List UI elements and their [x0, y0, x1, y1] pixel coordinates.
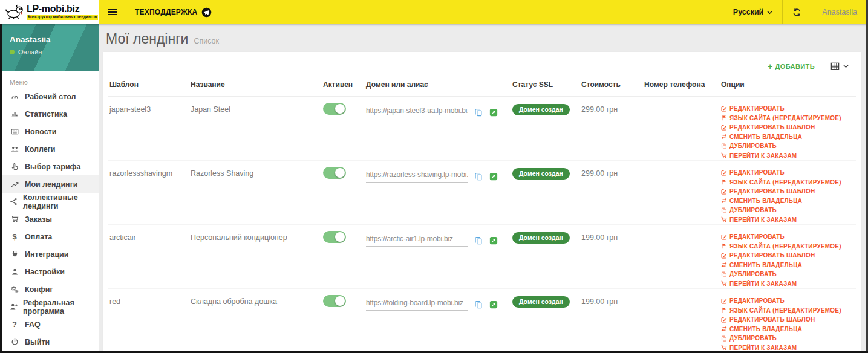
open-site-icon[interactable]	[489, 300, 498, 309]
landings-table: ШаблонНазваниеАктивенДомен или алиасСтат…	[108, 74, 856, 353]
menu-icon[interactable]	[99, 0, 126, 24]
active-toggle[interactable]	[323, 103, 346, 115]
option-site-language[interactable]: ЯЗЫК САЙТА (НЕРЕДАКТИРУЕМОЕ)	[721, 242, 852, 251]
sidebar-item-faq[interactable]: ?FAQ	[0, 316, 99, 333]
caret-down-icon	[843, 63, 849, 69]
column-header: Шаблон	[108, 74, 189, 97]
flag-icon	[721, 179, 727, 185]
support-button[interactable]: ТЕХПОДДЕРЖКА	[126, 0, 220, 24]
page-subtitle: Список	[194, 37, 219, 45]
option-edit-template[interactable]: РЕДАКТИРОВАТЬ ШАБЛОН	[721, 123, 852, 132]
add-button[interactable]: + ДОБАВИТЬ	[768, 62, 815, 71]
sidebar-item-orders[interactable]: Заказы	[0, 210, 99, 228]
option-site-language[interactable]: ЯЗЫК САЙТА (НЕРЕДАКТИРУЕМОЕ)	[721, 114, 852, 123]
option-edit-template[interactable]: РЕДАКТИРОВАТЬ ШАБЛОН	[721, 187, 852, 196]
price-cell: 199.00 грн	[580, 225, 643, 289]
sidebar-item-news[interactable]: Новости	[0, 123, 99, 140]
colleagues-icon	[10, 145, 19, 153]
option-duplicate[interactable]: ДУБЛИРОВАТЬ	[721, 334, 852, 343]
copy-domain-icon[interactable]	[474, 108, 483, 117]
sidebar-item-settings[interactable]: Настройки	[0, 263, 99, 280]
sidebar-item-my-landings[interactable]: Мои лендинги	[0, 175, 99, 193]
caret-down-icon	[767, 10, 772, 15]
sidebar-item-label: Коллеги	[25, 145, 56, 154]
domain-input[interactable]	[366, 235, 468, 247]
sidebar-item-collective-landings[interactable]: Коллективные лендинги	[0, 193, 99, 210]
cart-icon	[721, 216, 727, 222]
open-site-icon[interactable]	[489, 172, 498, 181]
stats-icon	[10, 110, 19, 118]
sidebar-item-dashboard[interactable]: Рабочий стол	[0, 88, 99, 105]
option-change-owner[interactable]: СМЕНИТЬ ВЛАДЕЛЬЦА	[721, 325, 852, 334]
option-label: РЕДАКТИРОВАТЬ	[729, 104, 785, 114]
sidebar-item-payment[interactable]: $Оплата	[0, 228, 99, 245]
name-cell: Складна обробна дошка	[189, 289, 322, 353]
option-site-language[interactable]: ЯЗЫК САЙТА (НЕРЕДАКТИРУЕМОЕ)	[721, 306, 852, 316]
active-toggle[interactable]	[323, 231, 346, 243]
option-site-language[interactable]: ЯЗЫК САЙТА (НЕРЕДАКТИРУЕМОЕ)	[721, 178, 852, 187]
refresh-button[interactable]	[783, 0, 811, 24]
sidebar-item-colleagues[interactable]: Коллеги	[0, 140, 99, 158]
dog-logo-icon	[5, 2, 24, 22]
active-toggle[interactable]	[323, 167, 346, 179]
copy-domain-icon[interactable]	[474, 300, 483, 309]
plus-icon: +	[768, 62, 773, 71]
option-go-to-orders[interactable]: ПЕРЕЙТИ К ЗАКАЗАМ	[721, 151, 852, 161]
column-header: Стоимость	[580, 74, 643, 97]
active-toggle[interactable]	[323, 295, 346, 307]
name-cell: Персональний кондиціонер	[189, 225, 322, 289]
open-site-icon[interactable]	[489, 236, 498, 245]
edit-icon	[721, 234, 727, 240]
app-window: LP-mobi.biz Конструктор мобильных лендин…	[0, 0, 868, 353]
sidebar-item-label: Оплата	[25, 233, 52, 241]
option-duplicate[interactable]: ДУБЛИРОВАТЬ	[721, 206, 852, 215]
option-edit[interactable]: РЕДАКТИРОВАТЬ	[721, 296, 852, 306]
option-change-owner[interactable]: СМЕНИТЬ ВЛАДЕЛЬЦА	[721, 132, 852, 142]
username-button[interactable]: Anastasiia	[811, 0, 868, 24]
landings-card: + ДОБАВИТЬ ШаблонНазваниеАктивенДомен ил…	[103, 52, 861, 353]
option-duplicate[interactable]: ДУБЛИРОВАТЬ	[721, 270, 852, 279]
domain-input[interactable]	[366, 299, 468, 311]
sidebar-item-config[interactable]: Конфиг	[0, 280, 99, 298]
option-duplicate[interactable]: ДУБЛИРОВАТЬ	[721, 141, 852, 151]
logo-title: LP-mobi.biz	[27, 4, 98, 14]
user-icon	[10, 268, 19, 276]
copy-domain-icon[interactable]	[474, 172, 483, 181]
option-go-to-orders[interactable]: ПЕРЕЙТИ К ЗАКАЗАМ	[721, 279, 852, 289]
option-change-owner[interactable]: СМЕНИТЬ ВЛАДЕЛЬЦА	[721, 196, 852, 206]
option-edit-template[interactable]: РЕДАКТИРОВАТЬ ШАБЛОН	[721, 251, 852, 261]
topbar: LP-mobi.biz Конструктор мобильных лендин…	[0, 0, 868, 24]
sidebar-item-logout[interactable]: Выйти	[0, 333, 99, 351]
power-icon	[10, 338, 19, 346]
option-edit[interactable]: РЕДАКТИРОВАТЬ	[721, 104, 852, 114]
window-border	[866, 0, 868, 353]
domain-input[interactable]	[366, 170, 468, 183]
ssl-status-badge: Домен создан	[512, 232, 570, 244]
sidebar-item-tariff[interactable]: Выбор тарифа	[0, 158, 99, 175]
copy-domain-icon[interactable]	[474, 236, 483, 245]
domain-input[interactable]	[366, 106, 468, 118]
option-change-owner[interactable]: СМЕНИТЬ ВЛАДЕЛЬЦА	[721, 261, 852, 270]
option-edit-template[interactable]: РЕДАКТИРОВАТЬ ШАБЛОН	[721, 315, 852, 325]
open-site-icon[interactable]	[489, 108, 498, 117]
option-label: ЯЗЫК САЙТА (НЕРЕДАКТИРУЕМОЕ)	[729, 306, 841, 316]
sidebar-item-statistics[interactable]: Статистика	[0, 105, 99, 123]
option-go-to-orders[interactable]: ПЕРЕЙТИ К ЗАКАЗАМ	[721, 215, 852, 225]
option-label: ПЕРЕЙТИ К ЗАКАЗАМ	[729, 151, 797, 161]
view-options-dropdown[interactable]	[830, 62, 849, 71]
language-dropdown[interactable]: Русский	[723, 0, 783, 24]
page-title: Мої лендінги	[106, 31, 188, 47]
sidebar-item-referral[interactable]: Реферальная программа	[0, 298, 99, 316]
edit-icon	[721, 189, 727, 195]
phone-cell	[643, 225, 720, 289]
option-edit[interactable]: РЕДАКТИРОВАТЬ	[721, 168, 852, 178]
phone-cell	[643, 161, 720, 225]
option-edit[interactable]: РЕДАКТИРОВАТЬ	[721, 232, 852, 242]
refresh-icon	[792, 8, 801, 17]
logo[interactable]: LP-mobi.biz Конструктор мобильных лендин…	[0, 0, 99, 24]
duplicate-icon	[721, 207, 727, 213]
online-status-label: Онлайн	[18, 48, 42, 56]
main-content: Мої лендінги Список + ДОБАВИТЬ	[99, 24, 868, 353]
sidebar-item-integrations[interactable]: Интеграции	[0, 245, 99, 263]
telegram-icon	[201, 7, 212, 18]
